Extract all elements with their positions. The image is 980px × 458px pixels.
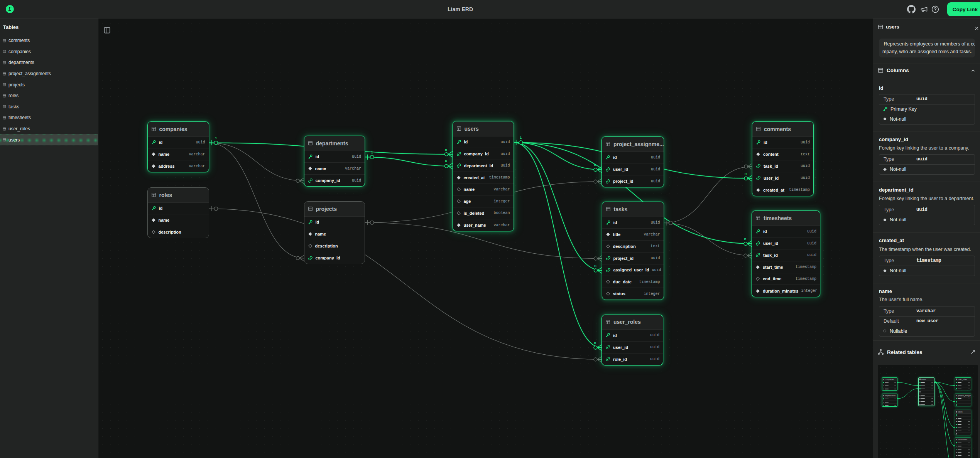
svg-text:n: n [445,148,447,152]
svg-text:n: n [594,341,596,345]
svg-text:n: n [745,172,747,175]
svg-text:1: 1 [215,136,217,140]
svg-text:n: n [594,264,596,268]
svg-text:1: 1 [371,150,373,154]
svg-text:1: 1 [520,136,522,140]
svg-text:n: n [594,163,596,167]
svg-text:n: n [744,237,747,241]
svg-text:n: n [445,159,447,163]
